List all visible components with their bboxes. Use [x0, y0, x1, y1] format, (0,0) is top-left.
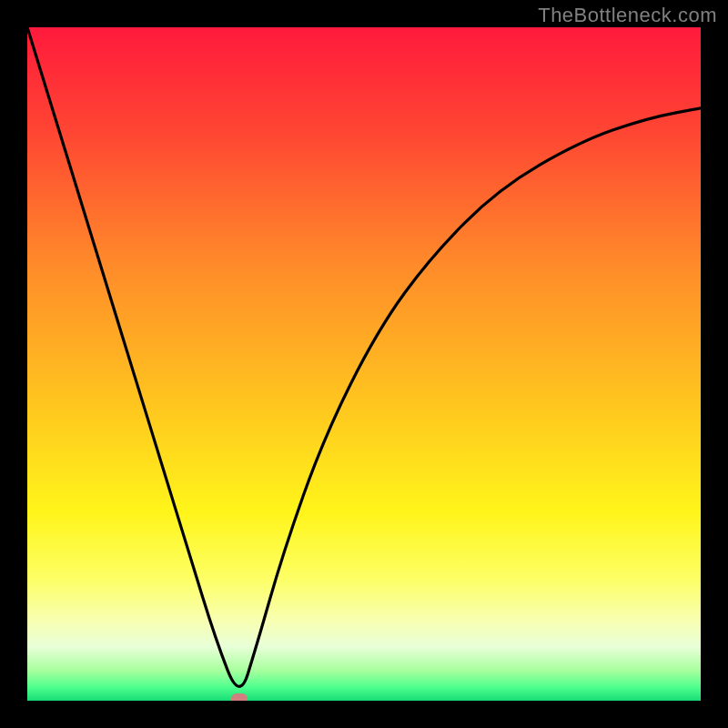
bottleneck-curve: [27, 27, 701, 701]
min-marker: [231, 693, 248, 701]
plot-area: [27, 27, 701, 701]
watermark-text: TheBottleneck.com: [538, 4, 717, 27]
chart-frame: TheBottleneck.com: [0, 0, 728, 728]
